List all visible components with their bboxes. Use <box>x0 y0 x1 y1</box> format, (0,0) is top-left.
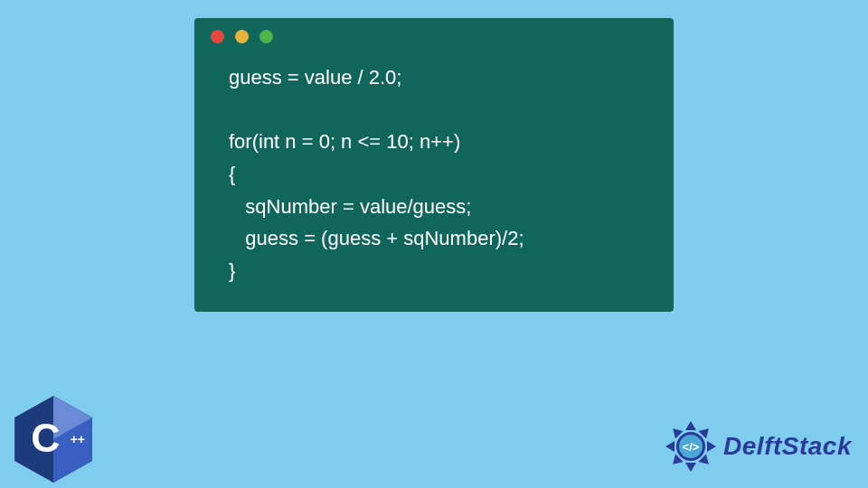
cpp-c-letter: C <box>31 416 60 460</box>
window-titlebar <box>194 18 674 54</box>
svg-marker-3 <box>685 421 696 430</box>
close-icon <box>211 30 224 43</box>
cpp-logo-icon: C ++ <box>14 396 92 483</box>
code-window: guess = value / 2.0; for(int n = 0; n <=… <box>194 18 674 312</box>
svg-text:</>: </> <box>683 440 700 454</box>
svg-marker-5 <box>665 441 675 452</box>
minimize-icon <box>235 30 249 43</box>
maximize-icon <box>259 30 273 43</box>
svg-marker-4 <box>685 463 696 472</box>
code-block: guess = value / 2.0; for(int n = 0; n <=… <box>194 54 674 286</box>
delftstack-text: DelftStack <box>723 432 852 461</box>
delftstack-logo: </> DelftStack <box>664 419 852 474</box>
delftstack-badge-icon: </> <box>664 419 718 474</box>
cpp-plus: ++ <box>71 433 85 446</box>
svg-marker-6 <box>707 441 716 452</box>
